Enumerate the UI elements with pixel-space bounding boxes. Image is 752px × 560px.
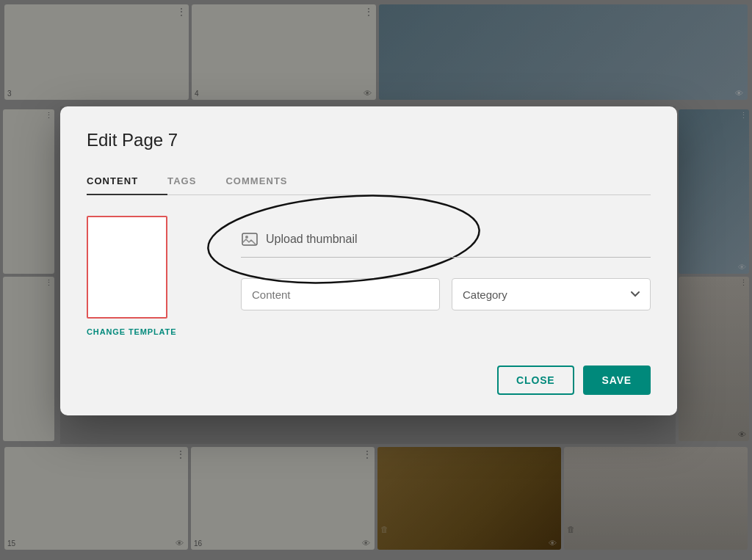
tab-tags[interactable]: TAGS xyxy=(167,168,225,195)
modal-body: CHANGE TEMPLATE Upload thumbnail xyxy=(87,216,651,336)
modal-footer: CLOSE SAVE xyxy=(87,366,651,395)
svg-point-2 xyxy=(245,236,248,239)
change-template-button[interactable]: CHANGE TEMPLATE xyxy=(87,327,176,336)
tab-comments[interactable]: COMMENTS xyxy=(225,168,317,195)
content-input[interactable] xyxy=(241,278,440,310)
close-button[interactable]: CLOSE xyxy=(497,366,574,395)
upload-thumbnail-area[interactable]: Upload thumbnail xyxy=(241,230,651,258)
upload-image-icon xyxy=(241,230,258,248)
tabs-container: CONTENT TAGS COMMENTS xyxy=(87,168,651,195)
category-select[interactable]: Category xyxy=(452,278,651,310)
upload-thumbnail-label: Upload thumbnail xyxy=(266,233,358,246)
modal-title: Edit Page 7 xyxy=(87,130,651,150)
left-column: CHANGE TEMPLATE xyxy=(87,216,212,336)
inputs-row: Category xyxy=(241,278,651,310)
right-column: Upload thumbnail Category xyxy=(241,216,651,310)
tab-content[interactable]: CONTENT xyxy=(87,168,167,195)
save-button[interactable]: SAVE xyxy=(583,366,651,395)
upload-section: Upload thumbnail xyxy=(241,216,651,258)
edit-page-modal: Edit Page 7 CONTENT TAGS COMMENTS CHANGE… xyxy=(60,106,677,415)
page-preview-thumbnail xyxy=(87,216,167,319)
